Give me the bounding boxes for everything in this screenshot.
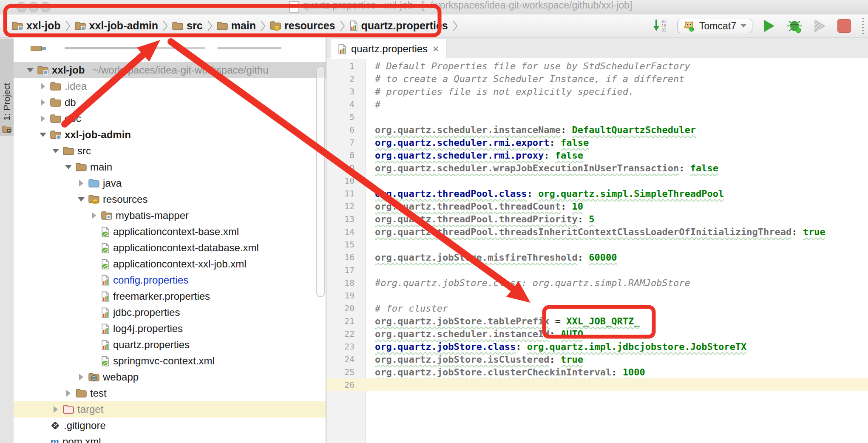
- chevron-right-icon: [340, 19, 345, 33]
- properties-file-icon: [349, 20, 358, 31]
- tree-row-xxl-job-admin[interactable]: xxl-job-admin: [14, 127, 326, 143]
- tree-row-java[interactable]: java: [14, 175, 326, 191]
- java-source-folder-icon: [88, 179, 99, 188]
- expand-toggle-icon[interactable]: [77, 196, 85, 203]
- properties-file-icon: [101, 324, 110, 334]
- tomcat-icon: [683, 20, 695, 32]
- window-title: quartz.properties - xxl-job - [~/workspa…: [303, 0, 632, 11]
- debug-button[interactable]: [786, 19, 803, 33]
- properties-file-icon: [101, 307, 110, 318]
- folder-icon: [50, 82, 61, 91]
- editor-code-area[interactable]: 1# Default Properties file for use by St…: [326, 58, 868, 443]
- code-line: 4#: [326, 98, 868, 111]
- tree-row-pom[interactable]: m pom.xml: [14, 434, 326, 443]
- toolbar-grip[interactable]: [862, 18, 864, 34]
- project-stripe-tab[interactable]: 1: Project: [0, 39, 14, 136]
- update-bits-icon[interactable]: 011001: [653, 19, 666, 33]
- tree-row-test[interactable]: test: [14, 385, 326, 401]
- code-line: 6org.quartz.scheduler.instanceName: Defa…: [326, 123, 868, 136]
- expand-toggle-icon[interactable]: [39, 115, 47, 122]
- expand-toggle-icon[interactable]: [90, 212, 98, 219]
- module-folder-icon: [50, 130, 61, 139]
- breadcrumb-xxl-job[interactable]: xxl-job: [12, 20, 61, 32]
- window-close-button[interactable]: [17, 2, 27, 12]
- code-line: 3# properties file is not explicitly spe…: [326, 85, 868, 98]
- mapper-folder-icon: [101, 211, 112, 220]
- breadcrumb-src[interactable]: src: [172, 20, 203, 32]
- spring-xml-file-icon: [101, 259, 110, 270]
- expand-toggle-icon[interactable]: [65, 389, 72, 397]
- expand-toggle-icon[interactable]: [39, 131, 47, 139]
- expand-toggle-icon[interactable]: [77, 179, 85, 187]
- tree-row-db[interactable]: db: [14, 94, 326, 111]
- expand-toggle-icon[interactable]: [52, 147, 60, 155]
- expand-toggle-icon[interactable]: [77, 373, 85, 381]
- code-line: 9org.quartz.scheduler.wrapJobExecutionIn…: [326, 162, 868, 174]
- code-line: 5: [326, 111, 868, 123]
- tree-row-mybatis-mapper[interactable]: mybatis-mapper: [14, 207, 326, 224]
- code-line: 1# Default Properties file for use by St…: [326, 60, 868, 72]
- breadcrumb-xxl-job-admin[interactable]: xxl-job-admin: [75, 20, 159, 32]
- folder-icon: [172, 21, 183, 31]
- excluded-folder-icon: [63, 405, 74, 414]
- spring-xml-file-icon: [101, 227, 110, 237]
- tree-scrollbar[interactable]: [316, 66, 325, 297]
- chevron-right-icon: [65, 19, 71, 33]
- tree-row-applicationcontext-xxl-job[interactable]: applicationcontext-xxl-job.xml: [14, 256, 326, 272]
- expand-toggle-icon[interactable]: [52, 406, 60, 413]
- module-folder-icon: [75, 21, 86, 31]
- code-line: 20# for cluster: [326, 302, 868, 315]
- code-line: 7org.quartz.scheduler.rmi.export: false: [326, 136, 868, 149]
- close-icon[interactable]: [432, 45, 439, 52]
- coverage-button[interactable]: [814, 19, 826, 33]
- tree-row-src[interactable]: src: [14, 143, 326, 159]
- tree-row-gitignore[interactable]: .gitignore: [14, 417, 326, 434]
- tree-row-doc[interactable]: doc: [14, 111, 326, 127]
- tree-row-main[interactable]: main: [14, 159, 326, 175]
- window-minimize-button[interactable]: [28, 2, 39, 12]
- resources-folder-icon: [270, 21, 281, 31]
- chevron-down-icon: [740, 24, 747, 28]
- code-line: 11org.quartz.threadPool.class: org.quart…: [326, 187, 868, 200]
- tab-quartz-properties[interactable]: quartz.properties: [331, 39, 446, 59]
- expand-toggle-icon[interactable]: [39, 82, 47, 90]
- tree-row-webapp[interactable]: webapp: [14, 369, 326, 385]
- tree-row-springmvc-context[interactable]: springmvc-context.xml: [14, 353, 326, 369]
- properties-file-icon: [101, 291, 110, 302]
- folder-icon: [76, 162, 87, 172]
- tree-row-quartz-properties[interactable]: quartz.properties: [14, 337, 326, 353]
- spring-xml-file-icon: [101, 356, 110, 366]
- chevron-right-icon: [162, 19, 168, 33]
- tree-row-freemarker-properties[interactable]: freemarker.properties: [14, 288, 326, 304]
- code-line: 13org.quartz.threadPool.threadPriority: …: [326, 213, 868, 225]
- code-line: 15: [326, 238, 868, 251]
- code-line: 19: [326, 289, 868, 302]
- code-line: 8org.quartz.scheduler.rmi.proxy: false: [326, 149, 868, 162]
- tree-row-resources[interactable]: resources: [14, 191, 326, 207]
- title-bar: quartz.properties - xxl-job - [~/workspa…: [0, 0, 868, 14]
- tree-row-xxl-job[interactable]: xxl-job ~/workspaces/idea-git-workspace/…: [14, 62, 326, 78]
- tree-row-target[interactable]: target: [14, 401, 326, 417]
- tree-row-idea[interactable]: .idea: [14, 78, 326, 94]
- chevron-right-icon: [260, 19, 266, 33]
- tree-row-applicationcontext-base[interactable]: applicationcontext-base.xml: [14, 224, 326, 240]
- expand-toggle-icon[interactable]: [26, 66, 34, 74]
- breadcrumb-quartz-properties[interactable]: quartz.properties: [349, 20, 448, 32]
- properties-file-icon: [101, 340, 110, 350]
- window-zoom-button[interactable]: [40, 2, 51, 12]
- resources-folder-icon: [88, 194, 99, 204]
- breadcrumb-resources[interactable]: resources: [270, 20, 335, 32]
- project-tree: xxl-job ~/workspaces/idea-git-workspace/…: [14, 37, 326, 443]
- tree-row-config-properties[interactable]: config.properties: [14, 272, 326, 288]
- tree-row-applicationcontext-database[interactable]: applicationcontext-database.xml: [14, 240, 326, 256]
- run-button[interactable]: [763, 19, 775, 33]
- tree-row-jdbc-properties[interactable]: jdbc.properties: [14, 304, 326, 321]
- tree-row-log4j-properties[interactable]: log4j.properties: [14, 321, 326, 337]
- expand-toggle-icon[interactable]: [65, 163, 72, 171]
- breadcrumb-main[interactable]: main: [217, 20, 256, 32]
- stop-button[interactable]: [837, 19, 851, 33]
- code-line: 24org.quartz.jobStore.isClustered: true: [326, 353, 868, 366]
- code-line: 2# to create a Quartz Scheduler Instance…: [326, 72, 868, 85]
- run-configuration-selector[interactable]: Tomcat7: [677, 19, 752, 33]
- expand-toggle-icon[interactable]: [39, 99, 47, 106]
